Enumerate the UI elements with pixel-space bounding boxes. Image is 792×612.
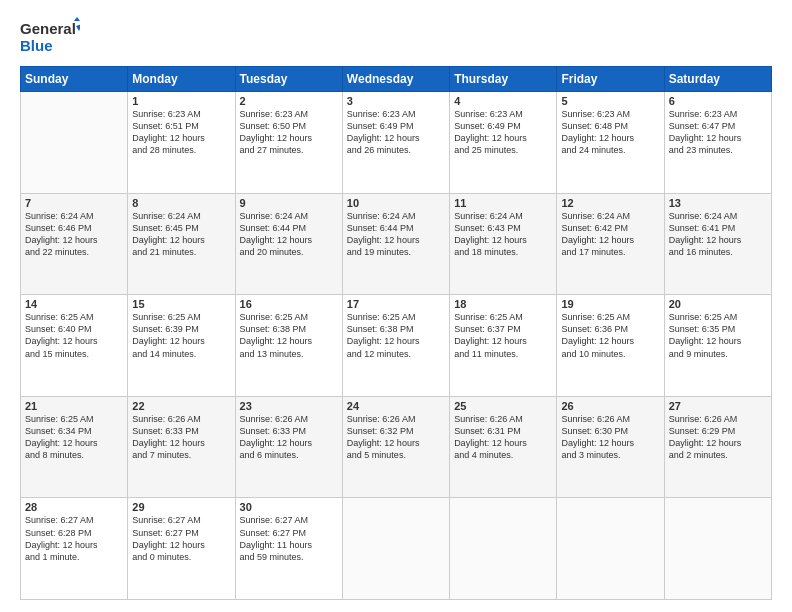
day-info: Sunrise: 6:23 AM Sunset: 6:49 PM Dayligh… (347, 108, 445, 157)
day-info: Sunrise: 6:26 AM Sunset: 6:31 PM Dayligh… (454, 413, 552, 462)
day-info: Sunrise: 6:23 AM Sunset: 6:51 PM Dayligh… (132, 108, 230, 157)
calendar-cell: 22Sunrise: 6:26 AM Sunset: 6:33 PM Dayli… (128, 396, 235, 498)
day-info: Sunrise: 6:27 AM Sunset: 6:27 PM Dayligh… (132, 514, 230, 563)
calendar-cell: 8Sunrise: 6:24 AM Sunset: 6:45 PM Daylig… (128, 193, 235, 295)
day-info: Sunrise: 6:24 AM Sunset: 6:44 PM Dayligh… (240, 210, 338, 259)
day-number: 13 (669, 197, 767, 209)
calendar-cell: 27Sunrise: 6:26 AM Sunset: 6:29 PM Dayli… (664, 396, 771, 498)
day-number: 27 (669, 400, 767, 412)
calendar-cell: 16Sunrise: 6:25 AM Sunset: 6:38 PM Dayli… (235, 295, 342, 397)
day-info: Sunrise: 6:25 AM Sunset: 6:39 PM Dayligh… (132, 311, 230, 360)
calendar-cell: 18Sunrise: 6:25 AM Sunset: 6:37 PM Dayli… (450, 295, 557, 397)
day-info: Sunrise: 6:23 AM Sunset: 6:49 PM Dayligh… (454, 108, 552, 157)
calendar-cell (557, 498, 664, 600)
calendar-cell: 4Sunrise: 6:23 AM Sunset: 6:49 PM Daylig… (450, 92, 557, 194)
calendar-header-row: SundayMondayTuesdayWednesdayThursdayFrid… (21, 67, 772, 92)
day-number: 26 (561, 400, 659, 412)
svg-marker-2 (74, 17, 80, 21)
day-number: 8 (132, 197, 230, 209)
day-number: 2 (240, 95, 338, 107)
calendar-cell: 1Sunrise: 6:23 AM Sunset: 6:51 PM Daylig… (128, 92, 235, 194)
logo-svg: General Blue (20, 16, 80, 56)
col-header-tuesday: Tuesday (235, 67, 342, 92)
col-header-sunday: Sunday (21, 67, 128, 92)
calendar-cell (21, 92, 128, 194)
day-number: 24 (347, 400, 445, 412)
day-number: 21 (25, 400, 123, 412)
day-info: Sunrise: 6:27 AM Sunset: 6:27 PM Dayligh… (240, 514, 338, 563)
calendar-cell: 2Sunrise: 6:23 AM Sunset: 6:50 PM Daylig… (235, 92, 342, 194)
col-header-monday: Monday (128, 67, 235, 92)
calendar-cell: 24Sunrise: 6:26 AM Sunset: 6:32 PM Dayli… (342, 396, 449, 498)
day-number: 17 (347, 298, 445, 310)
day-info: Sunrise: 6:23 AM Sunset: 6:48 PM Dayligh… (561, 108, 659, 157)
calendar-cell: 19Sunrise: 6:25 AM Sunset: 6:36 PM Dayli… (557, 295, 664, 397)
svg-text:General: General (20, 20, 76, 37)
day-number: 28 (25, 501, 123, 513)
day-info: Sunrise: 6:25 AM Sunset: 6:34 PM Dayligh… (25, 413, 123, 462)
day-info: Sunrise: 6:23 AM Sunset: 6:47 PM Dayligh… (669, 108, 767, 157)
day-info: Sunrise: 6:25 AM Sunset: 6:38 PM Dayligh… (347, 311, 445, 360)
calendar-cell: 25Sunrise: 6:26 AM Sunset: 6:31 PM Dayli… (450, 396, 557, 498)
header: General Blue (20, 16, 772, 56)
calendar-cell: 9Sunrise: 6:24 AM Sunset: 6:44 PM Daylig… (235, 193, 342, 295)
day-info: Sunrise: 6:26 AM Sunset: 6:33 PM Dayligh… (132, 413, 230, 462)
day-number: 22 (132, 400, 230, 412)
day-info: Sunrise: 6:27 AM Sunset: 6:28 PM Dayligh… (25, 514, 123, 563)
day-number: 4 (454, 95, 552, 107)
day-number: 18 (454, 298, 552, 310)
calendar-cell: 29Sunrise: 6:27 AM Sunset: 6:27 PM Dayli… (128, 498, 235, 600)
day-info: Sunrise: 6:24 AM Sunset: 6:42 PM Dayligh… (561, 210, 659, 259)
calendar-cell (664, 498, 771, 600)
svg-text:Blue: Blue (20, 37, 53, 54)
day-info: Sunrise: 6:25 AM Sunset: 6:36 PM Dayligh… (561, 311, 659, 360)
day-number: 6 (669, 95, 767, 107)
day-info: Sunrise: 6:26 AM Sunset: 6:30 PM Dayligh… (561, 413, 659, 462)
day-number: 12 (561, 197, 659, 209)
col-header-wednesday: Wednesday (342, 67, 449, 92)
day-info: Sunrise: 6:24 AM Sunset: 6:43 PM Dayligh… (454, 210, 552, 259)
day-info: Sunrise: 6:24 AM Sunset: 6:41 PM Dayligh… (669, 210, 767, 259)
calendar-cell: 13Sunrise: 6:24 AM Sunset: 6:41 PM Dayli… (664, 193, 771, 295)
calendar-cell: 3Sunrise: 6:23 AM Sunset: 6:49 PM Daylig… (342, 92, 449, 194)
day-info: Sunrise: 6:24 AM Sunset: 6:44 PM Dayligh… (347, 210, 445, 259)
calendar-cell: 14Sunrise: 6:25 AM Sunset: 6:40 PM Dayli… (21, 295, 128, 397)
calendar-cell: 15Sunrise: 6:25 AM Sunset: 6:39 PM Dayli… (128, 295, 235, 397)
day-number: 25 (454, 400, 552, 412)
week-row-5: 28Sunrise: 6:27 AM Sunset: 6:28 PM Dayli… (21, 498, 772, 600)
day-number: 15 (132, 298, 230, 310)
logo: General Blue (20, 16, 80, 56)
day-number: 11 (454, 197, 552, 209)
day-number: 14 (25, 298, 123, 310)
calendar-cell: 20Sunrise: 6:25 AM Sunset: 6:35 PM Dayli… (664, 295, 771, 397)
day-number: 1 (132, 95, 230, 107)
day-number: 7 (25, 197, 123, 209)
col-header-friday: Friday (557, 67, 664, 92)
day-number: 3 (347, 95, 445, 107)
calendar-cell: 17Sunrise: 6:25 AM Sunset: 6:38 PM Dayli… (342, 295, 449, 397)
day-info: Sunrise: 6:24 AM Sunset: 6:46 PM Dayligh… (25, 210, 123, 259)
calendar-cell: 11Sunrise: 6:24 AM Sunset: 6:43 PM Dayli… (450, 193, 557, 295)
page: General Blue SundayMondayTuesdayWednesda… (0, 0, 792, 612)
day-number: 29 (132, 501, 230, 513)
day-info: Sunrise: 6:25 AM Sunset: 6:38 PM Dayligh… (240, 311, 338, 360)
calendar-cell: 26Sunrise: 6:26 AM Sunset: 6:30 PM Dayli… (557, 396, 664, 498)
week-row-2: 7Sunrise: 6:24 AM Sunset: 6:46 PM Daylig… (21, 193, 772, 295)
day-number: 30 (240, 501, 338, 513)
calendar-cell: 5Sunrise: 6:23 AM Sunset: 6:48 PM Daylig… (557, 92, 664, 194)
week-row-1: 1Sunrise: 6:23 AM Sunset: 6:51 PM Daylig… (21, 92, 772, 194)
day-info: Sunrise: 6:26 AM Sunset: 6:29 PM Dayligh… (669, 413, 767, 462)
day-info: Sunrise: 6:26 AM Sunset: 6:32 PM Dayligh… (347, 413, 445, 462)
svg-marker-3 (76, 24, 80, 31)
day-number: 5 (561, 95, 659, 107)
day-number: 23 (240, 400, 338, 412)
calendar-table: SundayMondayTuesdayWednesdayThursdayFrid… (20, 66, 772, 600)
calendar-cell: 10Sunrise: 6:24 AM Sunset: 6:44 PM Dayli… (342, 193, 449, 295)
day-info: Sunrise: 6:26 AM Sunset: 6:33 PM Dayligh… (240, 413, 338, 462)
day-info: Sunrise: 6:24 AM Sunset: 6:45 PM Dayligh… (132, 210, 230, 259)
calendar-cell: 12Sunrise: 6:24 AM Sunset: 6:42 PM Dayli… (557, 193, 664, 295)
day-info: Sunrise: 6:25 AM Sunset: 6:40 PM Dayligh… (25, 311, 123, 360)
calendar-cell: 30Sunrise: 6:27 AM Sunset: 6:27 PM Dayli… (235, 498, 342, 600)
calendar-cell: 28Sunrise: 6:27 AM Sunset: 6:28 PM Dayli… (21, 498, 128, 600)
day-info: Sunrise: 6:25 AM Sunset: 6:35 PM Dayligh… (669, 311, 767, 360)
